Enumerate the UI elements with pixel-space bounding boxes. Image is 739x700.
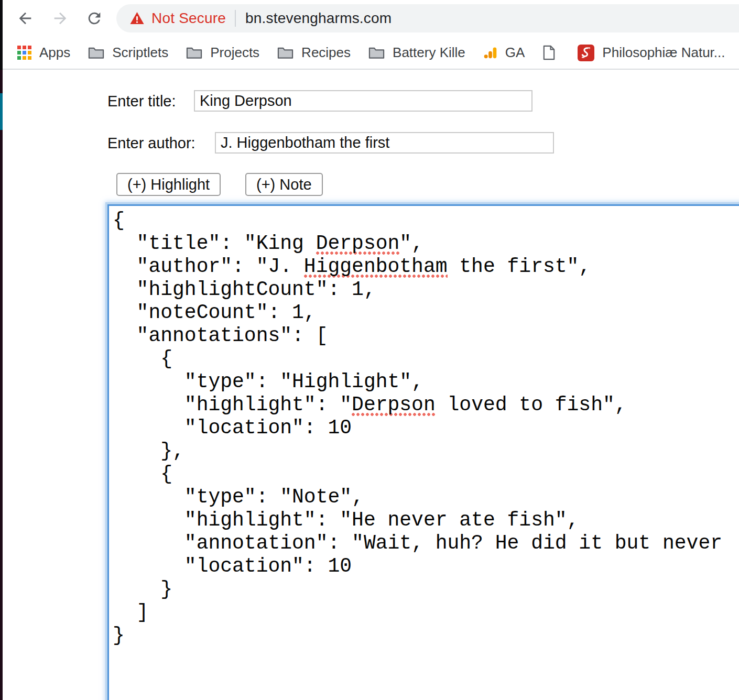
forward-icon xyxy=(51,9,70,27)
misspelled-word: Higgenbotham xyxy=(304,255,448,278)
bookmark-label: GA xyxy=(505,45,525,61)
back-icon xyxy=(16,9,35,27)
forward-button[interactable] xyxy=(51,9,70,28)
folder-icon xyxy=(368,46,385,60)
code-line: "annotation": "Wait, huh? He did it but … xyxy=(113,532,739,555)
analytics-icon xyxy=(483,46,497,60)
bookmark-folder-scriptlets[interactable]: Scriptlets xyxy=(88,45,168,61)
bookmark-label: Battery Kille xyxy=(393,45,465,61)
code-line: { xyxy=(113,463,739,486)
code-line: }, xyxy=(113,440,739,463)
reload-button[interactable] xyxy=(85,9,104,28)
code-line: } xyxy=(113,624,739,647)
code-line: "location": 10 xyxy=(113,555,739,578)
add-highlight-button[interactable]: (+) Highlight xyxy=(116,173,221,196)
code-line: "type": "Highlight", xyxy=(113,370,739,393)
not-secure-label[interactable]: Not Secure xyxy=(151,10,226,27)
code-line: "highlight": "He never ate fish", xyxy=(113,509,739,532)
url-text[interactable]: bn.stevengharms.com xyxy=(245,10,392,27)
bookmark-apps[interactable]: Apps xyxy=(17,45,70,61)
code-line: { xyxy=(113,209,739,232)
folder-icon xyxy=(277,46,294,60)
title-label: Enter title: xyxy=(107,93,176,110)
apps-grid-icon xyxy=(17,46,31,60)
bookmarks-bar: Apps Scriptlets Projects Recipes Battery… xyxy=(0,37,739,70)
add-note-button[interactable]: (+) Note xyxy=(245,173,323,196)
code-line: "title": "King Derpson", xyxy=(113,232,739,255)
book-icon xyxy=(578,45,594,61)
author-label: Enter author: xyxy=(107,135,195,152)
reload-icon xyxy=(85,9,104,27)
bookmark-folder-battery[interactable]: Battery Kille xyxy=(368,45,465,61)
bookmark-label: Apps xyxy=(39,45,70,61)
title-input[interactable] xyxy=(194,90,532,112)
code-line: "location": 10 xyxy=(113,417,739,440)
code-line: "type": "Note", xyxy=(113,486,739,509)
code-line: "annotations": [ xyxy=(113,324,739,347)
author-input[interactable] xyxy=(215,132,554,154)
browser-toolbar: Not Secure bn.stevengharms.com xyxy=(0,0,739,37)
bookmark-ga[interactable]: GA xyxy=(483,45,525,61)
back-button[interactable] xyxy=(16,9,35,28)
background-window-edge-accent xyxy=(0,93,3,130)
code-line: } xyxy=(113,578,739,601)
json-output-content: { "title": "King Derpson", "author": "J.… xyxy=(109,206,739,647)
code-line: ] xyxy=(113,601,739,624)
folder-icon xyxy=(88,46,104,60)
json-output-textarea[interactable]: { "title": "King Derpson", "author": "J.… xyxy=(107,204,739,700)
folder-icon xyxy=(186,46,202,60)
bookmark-label: Recipes xyxy=(301,45,351,61)
code-line: { xyxy=(113,347,739,370)
bookmark-philosophiae[interactable]: Philosophiæ Natur... xyxy=(578,45,725,61)
misspelled-word: Derpson xyxy=(352,393,436,416)
misspelled-word: Derpson xyxy=(316,232,400,255)
code-line: "highlightCount": 1, xyxy=(113,278,739,301)
background-window-edge xyxy=(0,0,3,700)
not-secure-warning-icon[interactable] xyxy=(130,12,144,25)
bookmark-label: Projects xyxy=(210,45,259,61)
bookmark-page[interactable] xyxy=(542,45,556,60)
bookmark-label: Scriptlets xyxy=(112,45,168,61)
code-line: "highlight": "Derpson loved to fish", xyxy=(113,393,739,417)
page-icon xyxy=(542,45,556,60)
bookmark-label: Philosophiæ Natur... xyxy=(602,45,725,61)
bookmark-folder-projects[interactable]: Projects xyxy=(186,45,259,61)
bookmark-folder-recipes[interactable]: Recipes xyxy=(277,45,351,61)
code-line: "author": "J. Higgenbotham the first", xyxy=(113,255,739,278)
code-line: "noteCount": 1, xyxy=(113,301,739,324)
address-bar-divider xyxy=(235,10,236,27)
address-bar[interactable]: Not Secure bn.stevengharms.com xyxy=(116,4,739,32)
